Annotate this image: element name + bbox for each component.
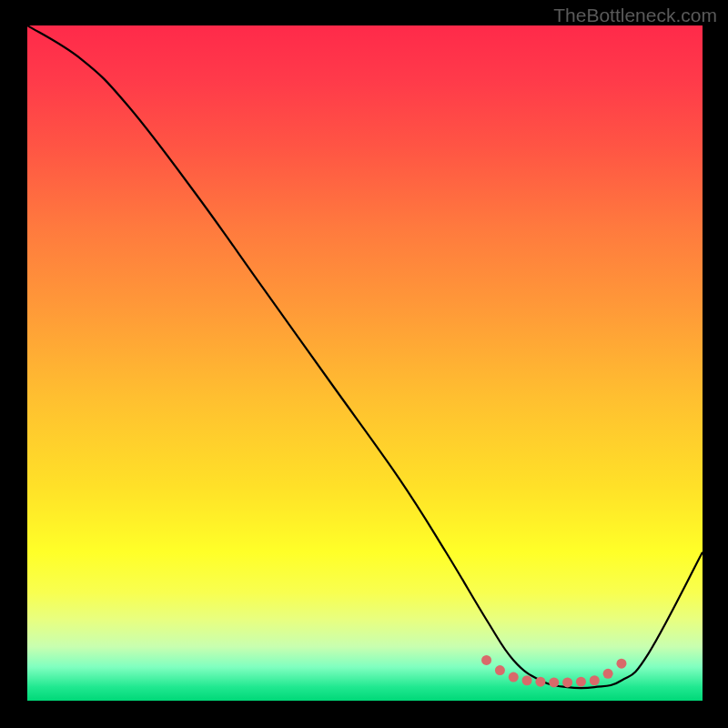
chart-svg — [27, 25, 703, 701]
minimum-marker-dot — [522, 675, 532, 685]
minimum-marker-dot — [535, 677, 545, 687]
minimum-marker-dot — [603, 669, 613, 679]
chart-plot-area — [27, 25, 703, 701]
minimum-marker-dot — [576, 677, 586, 687]
minimum-marker-dot — [495, 665, 505, 675]
minimum-marker-dot — [549, 677, 559, 687]
minimum-marker-dot — [509, 672, 519, 682]
minimum-marker-dot — [590, 675, 600, 685]
minimum-markers-group — [481, 655, 626, 687]
minimum-marker-dot — [562, 677, 572, 687]
minimum-marker-dot — [481, 655, 491, 665]
watermark-text: TheBottleneck.com — [553, 5, 717, 26]
minimum-marker-dot — [616, 659, 626, 669]
bottleneck-curve-line — [27, 25, 703, 688]
